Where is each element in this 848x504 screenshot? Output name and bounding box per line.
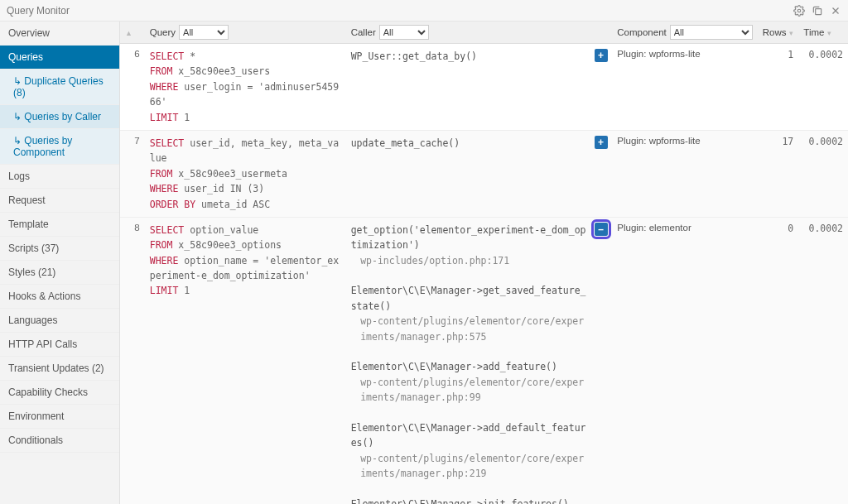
toggle-cell: + (595, 130, 613, 217)
query-row: 8SELECT option_valueFROM x_58c90ee3_opti… (120, 217, 848, 504)
sidebar-item[interactable]: Logs (0, 165, 119, 189)
query-component: Plugin: elementor (612, 217, 757, 504)
query-caller: WP_User::get_data_by() (346, 44, 595, 131)
col-time-header[interactable]: Time ▾ (798, 22, 848, 44)
sidebar-item[interactable]: Overview (0, 22, 119, 46)
col-caller-header: Caller All (346, 22, 595, 44)
panel-title: Query Monitor (7, 5, 793, 17)
toggle-cell: + (595, 44, 613, 131)
sidebar-item[interactable]: HTTP API Calls (0, 333, 119, 357)
sidebar-item[interactable]: ↳ Queries by Caller (0, 105, 119, 129)
query-rows: 0 (758, 217, 799, 504)
query-caller: get_option('elementor_experiment-e_dom_o… (346, 217, 595, 504)
expand-stack-button[interactable]: + (595, 136, 608, 149)
sidebar-item[interactable]: Conditionals (0, 429, 119, 453)
col-component-header: Component All (612, 22, 757, 44)
col-query-label: Query (150, 27, 176, 37)
row-number: 8 (120, 217, 145, 504)
col-toggle-header (595, 22, 613, 44)
sidebar-item[interactable]: Queries (0, 46, 119, 70)
query-row: 7SELECT user_id, meta_key, meta_valueFRO… (120, 130, 848, 217)
query-rows: 17 (758, 130, 799, 217)
sidebar-item[interactable]: Transient Updates (2) (0, 357, 119, 381)
component-filter-select[interactable]: All (670, 25, 753, 40)
query-component: Plugin: wpforms-lite (612, 44, 757, 131)
svg-point-0 (797, 9, 801, 12)
sidebar-item[interactable]: Scripts (37) (0, 237, 119, 261)
sidebar-item[interactable]: Hooks & Actions (0, 285, 119, 309)
sidebar-item[interactable]: Environment (0, 405, 119, 429)
collapse-stack-button[interactable]: – (595, 223, 608, 236)
col-caller-label: Caller (351, 27, 376, 37)
sidebar-item[interactable]: Styles (21) (0, 261, 119, 285)
titlebar: Query Monitor (0, 0, 848, 22)
query-sql: SELECT option_valueFROM x_58c90ee3_optio… (145, 217, 346, 504)
col-query-header: Query All (145, 22, 346, 44)
titlebar-actions (793, 5, 841, 17)
sidebar-item[interactable]: Template (0, 213, 119, 237)
query-monitor-panel: Query Monitor OverviewQueries↳ Duplicate… (0, 0, 848, 504)
popout-icon[interactable] (812, 5, 823, 17)
sidebar-item[interactable]: Languages (0, 309, 119, 333)
row-number: 7 (120, 130, 145, 217)
gear-icon[interactable] (793, 5, 805, 17)
col-num-header[interactable]: ▲ (120, 22, 145, 44)
sidebar-item[interactable]: ↳ Duplicate Queries (8) (0, 70, 119, 105)
query-caller: update_meta_cache() (346, 130, 595, 217)
close-icon[interactable] (830, 5, 841, 17)
caller-filter-select[interactable]: All (379, 25, 429, 40)
query-time: 0.0002 (798, 130, 848, 217)
svg-rect-1 (816, 8, 822, 14)
col-component-label: Component (617, 27, 666, 37)
query-filter-select[interactable]: All (179, 25, 229, 40)
expand-stack-button[interactable]: + (595, 49, 608, 62)
query-time: 0.0002 (798, 217, 848, 504)
query-time: 0.0002 (798, 44, 848, 131)
sidebar-item[interactable]: Request (0, 189, 119, 213)
sidebar-item[interactable]: ↳ Queries by Component (0, 129, 119, 165)
row-number: 6 (120, 44, 145, 131)
query-sql: SELECT *FROM x_58c90ee3_usersWHERE user_… (145, 44, 346, 131)
panel-body: OverviewQueries↳ Duplicate Queries (8)↳ … (0, 22, 848, 504)
toggle-cell: – (595, 217, 613, 504)
query-sql: SELECT user_id, meta_key, meta_valueFROM… (145, 130, 346, 217)
queries-table: ▲ Query All Caller All (120, 22, 848, 504)
query-row: 6SELECT *FROM x_58c90ee3_usersWHERE user… (120, 44, 848, 131)
query-rows: 1 (758, 44, 799, 131)
main-pane[interactable]: ▲ Query All Caller All (120, 22, 848, 504)
sidebar: OverviewQueries↳ Duplicate Queries (8)↳ … (0, 22, 120, 504)
col-rows-header[interactable]: Rows ▾ (758, 22, 799, 44)
query-component: Plugin: wpforms-lite (612, 130, 757, 217)
sidebar-item[interactable]: Capability Checks (0, 381, 119, 405)
